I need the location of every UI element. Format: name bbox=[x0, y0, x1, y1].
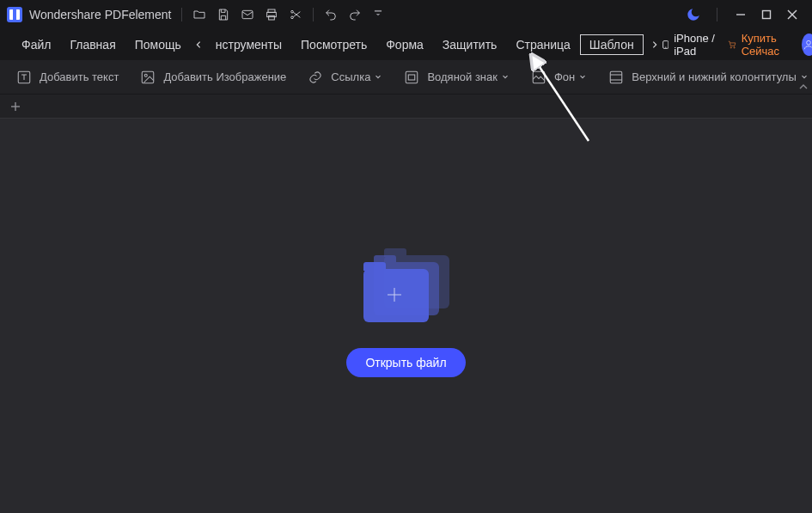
tool-link-label: Ссылка bbox=[331, 70, 370, 83]
svg-rect-19 bbox=[406, 71, 418, 83]
user-avatar-button[interactable] bbox=[802, 34, 812, 56]
svg-point-15 bbox=[807, 40, 811, 45]
tool-add-image-label: Добавить Изображение bbox=[163, 70, 286, 83]
tool-add-image[interactable]: Добавить Изображение bbox=[139, 69, 286, 86]
menu-template[interactable]: Шаблон bbox=[580, 34, 644, 55]
svg-rect-1 bbox=[268, 9, 275, 12]
mail-icon[interactable] bbox=[241, 8, 254, 21]
menu-page[interactable]: Страница bbox=[506, 34, 579, 55]
buy-now-label: Купить Сейчас bbox=[742, 32, 790, 58]
collapse-toolbar-icon[interactable] bbox=[798, 81, 809, 94]
svg-rect-3 bbox=[269, 15, 275, 20]
watermark-icon bbox=[403, 69, 420, 86]
svg-point-13 bbox=[730, 47, 731, 48]
window-maximize-button[interactable] bbox=[754, 2, 779, 27]
menu-scroll-left-icon[interactable] bbox=[191, 37, 206, 52]
tool-link[interactable]: Ссылка bbox=[307, 69, 382, 86]
svg-rect-8 bbox=[763, 11, 771, 19]
open-file-button[interactable]: Открыть файл bbox=[346, 348, 465, 377]
menu-file[interactable]: Файл bbox=[12, 34, 60, 55]
app-title: Wondershare PDFelement bbox=[29, 8, 171, 21]
svg-rect-17 bbox=[143, 71, 155, 83]
title-bar-separator-2 bbox=[313, 8, 314, 21]
menu-view[interactable]: Посмотреть bbox=[291, 34, 376, 55]
link-icon bbox=[307, 69, 324, 86]
svg-rect-20 bbox=[409, 75, 416, 80]
tool-background[interactable]: Фон bbox=[530, 69, 587, 86]
main-workspace: Открыть файл bbox=[0, 119, 812, 513]
menu-form[interactable]: Форма bbox=[376, 34, 433, 55]
chevron-down-icon bbox=[501, 70, 510, 83]
iphone-ipad-label: iPhone / iPad bbox=[674, 32, 715, 58]
tool-watermark[interactable]: Водяной знак bbox=[403, 69, 510, 86]
save-icon[interactable] bbox=[217, 8, 230, 21]
menu-protect[interactable]: Защитить bbox=[433, 34, 507, 55]
app-logo-icon bbox=[7, 7, 22, 22]
chevron-down-icon bbox=[374, 70, 382, 83]
chevron-down-icon bbox=[578, 70, 587, 83]
svg-point-4 bbox=[291, 10, 294, 13]
background-icon bbox=[530, 69, 547, 86]
title-bar-separator bbox=[181, 8, 182, 21]
svg-point-18 bbox=[145, 74, 148, 76]
menu-tools[interactable]: нструменты bbox=[206, 34, 291, 55]
tool-add-text-label: Добавить текст bbox=[40, 70, 119, 83]
buy-now-button[interactable]: Купить Сейчас bbox=[728, 32, 790, 58]
window-close-button[interactable] bbox=[779, 2, 805, 27]
tool-watermark-label: Водяной знак bbox=[427, 70, 498, 83]
svg-rect-0 bbox=[242, 10, 253, 18]
image-icon bbox=[139, 69, 156, 86]
svg-point-14 bbox=[734, 47, 735, 48]
title-dropdown-icon[interactable] bbox=[372, 8, 384, 22]
menu-scroll-right-icon[interactable] bbox=[647, 37, 662, 52]
text-box-icon bbox=[15, 69, 33, 86]
svg-rect-6 bbox=[375, 9, 382, 11]
folder-open-icon[interactable] bbox=[192, 8, 206, 21]
menu-home[interactable]: Главная bbox=[60, 34, 125, 55]
undo-icon[interactable] bbox=[324, 8, 338, 21]
header-footer-icon bbox=[607, 69, 625, 86]
folder-drop-icon[interactable] bbox=[363, 255, 449, 324]
scissors-icon[interactable] bbox=[289, 8, 302, 21]
tool-add-text[interactable]: Добавить текст bbox=[15, 69, 119, 86]
title-bar-separator-3 bbox=[717, 8, 717, 21]
menu-help[interactable]: Помощь bbox=[125, 34, 191, 55]
svg-rect-22 bbox=[611, 71, 623, 83]
add-tab-button[interactable] bbox=[7, 98, 24, 115]
redo-icon[interactable] bbox=[348, 8, 362, 21]
print-icon[interactable] bbox=[265, 8, 278, 21]
window-minimize-button[interactable] bbox=[728, 2, 754, 27]
tool-header-footer-label: Верхний и нижний колонтитулы bbox=[632, 70, 797, 83]
tool-background-label: Фон bbox=[554, 70, 575, 83]
dark-mode-icon[interactable] bbox=[681, 2, 706, 27]
svg-point-5 bbox=[291, 16, 294, 19]
iphone-ipad-link[interactable]: iPhone / iPad bbox=[662, 32, 716, 58]
tool-header-footer[interactable]: Верхний и нижний колонтитулы bbox=[607, 69, 809, 86]
